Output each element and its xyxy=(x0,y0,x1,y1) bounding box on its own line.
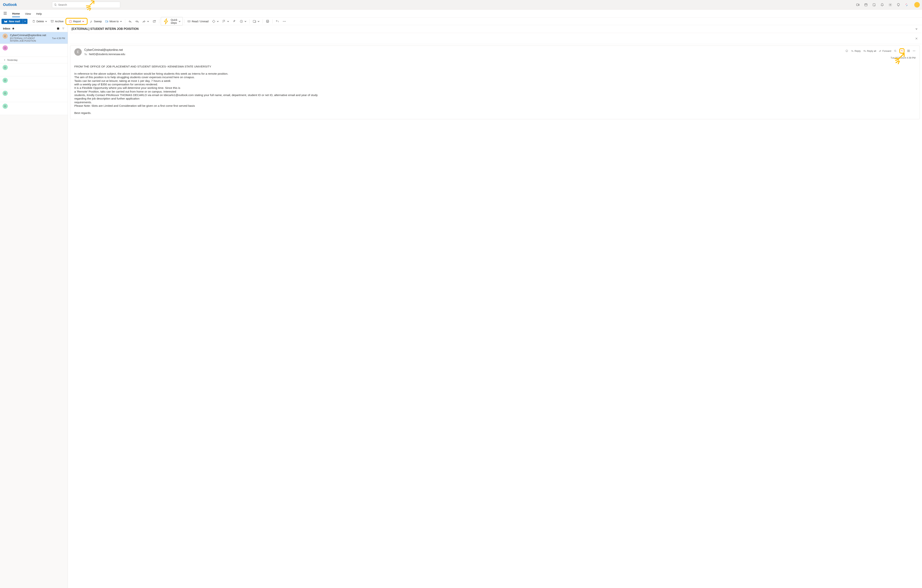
message-item[interactable]: E CyberCriminal@optonline.net [EXTERNAL]… xyxy=(0,32,68,44)
delete-button[interactable]: Delete xyxy=(31,19,49,24)
categorize-button[interactable] xyxy=(211,19,221,24)
command-toolbar: New mail Delete Archive Report Sweep Mov… xyxy=(0,18,922,25)
quick-steps-button[interactable]: Quick steps xyxy=(161,17,183,26)
new-mail-button[interactable]: New mail xyxy=(2,19,23,24)
svg-point-12 xyxy=(283,21,284,21)
select-mode-icon[interactable] xyxy=(57,27,60,30)
reading-subject: [EXTERNAL] STUDENT INTERN JOB POISITION xyxy=(72,27,139,31)
forward-icon-button[interactable] xyxy=(141,19,150,24)
ribbon-tabs: Home View Help xyxy=(0,10,922,18)
search-input[interactable] xyxy=(58,3,118,6)
favorite-star-icon[interactable] xyxy=(12,27,15,30)
filter-icon[interactable] xyxy=(62,27,65,30)
svg-point-14 xyxy=(285,21,286,21)
sender-avatar: D xyxy=(3,78,8,83)
from-avatar: E xyxy=(74,48,82,56)
print-button[interactable] xyxy=(264,19,271,24)
header-action-icons xyxy=(856,2,920,8)
report-button[interactable]: Report xyxy=(67,19,86,24)
report-highlight: Report xyxy=(65,18,88,25)
sender-avatar: D xyxy=(3,65,8,70)
message-sender: CyberCriminal@optonline.net xyxy=(10,34,65,37)
tips-icon[interactable] xyxy=(897,3,900,7)
date-group-header[interactable]: Yesterday xyxy=(0,57,68,64)
more-commands-button xyxy=(281,19,288,24)
svg-rect-1 xyxy=(865,4,867,6)
svg-point-13 xyxy=(284,21,284,21)
message-card: E CyberCriminal@optonline.net To: NetID@… xyxy=(70,46,920,119)
snooze-button[interactable] xyxy=(238,19,248,24)
svg-point-3 xyxy=(890,4,891,5)
svg-point-16 xyxy=(846,50,848,52)
phish-alert-button[interactable] xyxy=(901,49,903,52)
message-item[interactable]: D xyxy=(0,89,68,102)
sender-avatar: D xyxy=(3,91,8,96)
svg-rect-21 xyxy=(909,51,909,52)
message-item[interactable]: O xyxy=(0,44,68,57)
forward-button[interactable]: Forward xyxy=(879,49,891,52)
to-address: NetID@students.kennesaw.edu xyxy=(89,53,125,56)
svg-rect-4 xyxy=(51,20,54,21)
archive-button[interactable]: Archive xyxy=(49,19,65,24)
svg-rect-8 xyxy=(253,20,255,23)
apps-button[interactable] xyxy=(907,49,910,52)
settings-icon[interactable] xyxy=(888,3,892,7)
new-mail-label: New mail xyxy=(9,20,20,23)
message-more-button[interactable] xyxy=(912,49,915,52)
svg-rect-0 xyxy=(857,4,858,6)
svg-rect-15 xyxy=(57,28,59,29)
search-icon xyxy=(54,3,57,6)
svg-rect-6 xyxy=(188,20,190,22)
read-unread-button[interactable]: Read / Unread xyxy=(186,19,210,24)
sender-avatar: O xyxy=(3,45,8,51)
message-time: Tue 4:39 PM xyxy=(52,37,65,42)
message-body: FROM THE OFFICE OF JOB PLACEMENT AND STU… xyxy=(74,65,915,114)
reading-pane: [EXTERNAL] STUDENT INTERN JOB POISITION … xyxy=(68,25,922,588)
sender-avatar: D xyxy=(3,104,8,109)
search-box[interactable] xyxy=(52,2,120,8)
reply-icon-button[interactable] xyxy=(127,19,133,24)
pin-button[interactable] xyxy=(231,19,238,24)
reply-button[interactable]: Reply xyxy=(851,49,861,52)
close-icon[interactable] xyxy=(915,37,918,40)
notifications-icon[interactable] xyxy=(880,3,884,7)
message-subject: [EXTERNAL] STUDENT INTERN JOB POISITION xyxy=(10,37,41,42)
undo-button[interactable] xyxy=(274,19,281,24)
reply-all-button[interactable]: Reply all xyxy=(863,49,876,52)
calendar-peek-icon[interactable] xyxy=(864,3,868,7)
message-actions: Reply Reply all Forward xyxy=(845,48,915,54)
meet-now-icon[interactable] xyxy=(856,3,860,7)
app-brand: Outlook xyxy=(3,3,17,7)
svg-point-22 xyxy=(913,51,913,51)
expand-header-icon[interactable] xyxy=(915,28,917,30)
nav-toggle[interactable] xyxy=(3,11,7,15)
svg-point-17 xyxy=(894,50,896,51)
sweep-button[interactable]: Sweep xyxy=(88,19,103,24)
svg-point-23 xyxy=(914,51,914,51)
notes-icon[interactable] xyxy=(872,3,876,7)
schedule-send-icon[interactable] xyxy=(151,19,158,24)
title-bar: Outlook xyxy=(0,0,922,10)
immersive-reader-button[interactable] xyxy=(251,19,261,24)
tab-help[interactable]: Help xyxy=(36,10,42,17)
new-mail-split[interactable] xyxy=(23,19,28,24)
main-region: Inbox E CyberCriminal@optonline.net [EXT… xyxy=(0,25,922,588)
message-item[interactable]: D xyxy=(0,64,68,76)
message-item[interactable]: D xyxy=(0,76,68,89)
tab-view[interactable]: View xyxy=(25,10,31,17)
svg-point-24 xyxy=(915,51,915,51)
message-datetime: Tue 8/27/2024 4:39 PM xyxy=(74,56,915,59)
reactions-button[interactable] xyxy=(845,49,848,52)
copilot-icon[interactable] xyxy=(905,3,908,7)
account-avatar[interactable] xyxy=(914,2,920,8)
zoom-button[interactable] xyxy=(894,49,897,52)
svg-rect-18 xyxy=(907,50,908,51)
flag-button[interactable] xyxy=(221,19,230,24)
svg-rect-9 xyxy=(266,20,268,21)
tab-home[interactable]: Home xyxy=(12,10,20,17)
move-to-button[interactable]: Move to xyxy=(104,19,124,24)
info-strip xyxy=(70,33,921,44)
reply-all-icon-button[interactable] xyxy=(134,19,140,24)
message-item[interactable]: D xyxy=(0,102,68,115)
sender-avatar: E xyxy=(3,34,8,39)
